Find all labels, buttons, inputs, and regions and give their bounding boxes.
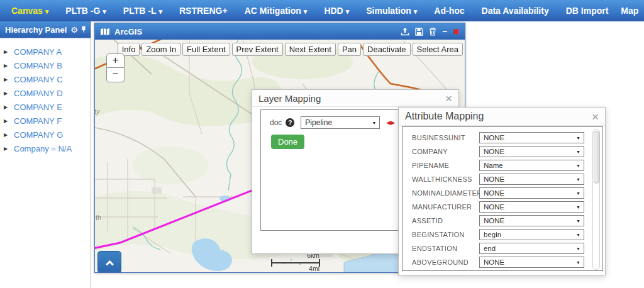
deactivate-button[interactable]: Deactivate bbox=[363, 43, 410, 56]
swap-arrows-icon[interactable]: ◀▶ bbox=[386, 119, 395, 126]
attribute-select[interactable]: Name ▼ bbox=[479, 160, 584, 171]
triangle-right-icon[interactable]: ▶ bbox=[4, 77, 9, 82]
select-caret-icon: ▼ bbox=[576, 136, 580, 140]
attribute-select-value: NONE bbox=[484, 258, 504, 266]
triangle-right-icon[interactable]: ▶ bbox=[4, 104, 9, 110]
full-extent-button[interactable]: Full Extent bbox=[182, 43, 230, 56]
nav-item-rstreng[interactable]: RSTRENG+ bbox=[179, 6, 228, 16]
company-tree: ▶ COMPANY A ▶ COMPANY B ▶ COMPANY C ▶ CO… bbox=[0, 38, 91, 155]
upload-icon[interactable] bbox=[401, 27, 409, 36]
attribute-select[interactable]: NONE ▼ bbox=[479, 174, 584, 185]
nav-label: RSTRENG+ bbox=[179, 6, 228, 16]
attribute-label: PIPENAME bbox=[412, 162, 449, 169]
nav-item-db-import[interactable]: DB Import bbox=[566, 6, 609, 16]
nav-item-hdd[interactable]: HDD ▾ bbox=[324, 6, 349, 16]
nav-item-simulation[interactable]: Simulation ▾ bbox=[366, 6, 417, 16]
chevron-down-icon: ▾ bbox=[346, 8, 350, 15]
attribute-row: PIPENAME Name ▼ bbox=[402, 160, 602, 171]
close-icon[interactable]: ✖ bbox=[453, 28, 460, 36]
attribute-select[interactable]: NONE ▼ bbox=[479, 146, 584, 157]
hierarchy-panel-header: Hierarchy Panel ⚙ bbox=[0, 21, 91, 38]
sidebar-item-company-c[interactable]: ▶ COMPANY C bbox=[4, 72, 91, 86]
triangle-right-icon[interactable]: ▶ bbox=[4, 132, 9, 138]
map-zoom-control: + − bbox=[106, 53, 125, 82]
sidebar-item-label: COMPANY B bbox=[14, 61, 62, 70]
doc-select[interactable]: Pipeline ▼ bbox=[301, 116, 380, 129]
select-caret-icon: ▼ bbox=[576, 260, 580, 265]
sidebar-item-label: COMPANY C bbox=[14, 75, 63, 84]
nav-item-pltb-g[interactable]: PLTB -G ▾ bbox=[65, 6, 106, 16]
sidebar-item-label: COMPANY F bbox=[14, 116, 62, 126]
sidebar-item-company-e[interactable]: ▶ COMPANY E bbox=[4, 100, 91, 114]
nav-item-pltb-l[interactable]: PLTB -L ▾ bbox=[123, 6, 162, 16]
select-caret-icon: ▼ bbox=[576, 219, 580, 223]
attribute-row: ABOVEGROUND NONE ▼ bbox=[402, 257, 602, 268]
attribute-select[interactable]: NONE ▼ bbox=[479, 215, 584, 226]
arcgis-titlebar[interactable]: ArcGIS bbox=[95, 23, 465, 40]
chevron-up-icon bbox=[106, 260, 114, 268]
nav-label: HDD bbox=[324, 6, 343, 16]
done-button[interactable]: Done bbox=[271, 135, 304, 149]
triangle-right-icon[interactable]: ▶ bbox=[4, 63, 9, 69]
window-title: ArcGIS bbox=[114, 27, 142, 36]
sidebar-item-label: COMPANY E bbox=[14, 102, 62, 112]
attribute-select[interactable]: NONE ▼ bbox=[479, 187, 584, 199]
chevron-down-icon: ▾ bbox=[304, 8, 308, 15]
triangle-right-icon[interactable]: ▶ bbox=[4, 91, 9, 96]
zoom-in-button[interactable]: + bbox=[106, 53, 125, 68]
attribute-select-value: NONE bbox=[484, 203, 504, 211]
sidebar-item-company-d[interactable]: ▶ COMPANY D bbox=[4, 86, 91, 100]
sidebar-item-company-a[interactable]: ▶ COMPANY A bbox=[4, 45, 91, 58]
triangle-right-icon[interactable]: ▶ bbox=[4, 49, 9, 55]
doc-label: doc bbox=[270, 118, 282, 127]
triangle-right-icon[interactable]: ▶ bbox=[4, 146, 9, 152]
trash-icon[interactable] bbox=[429, 27, 436, 36]
prev-extent-button[interactable]: Prev Extent bbox=[232, 43, 283, 56]
next-extent-button[interactable]: Next Extent bbox=[285, 43, 336, 56]
collapse-panel-button[interactable] bbox=[97, 251, 121, 272]
chevron-down-icon: ▾ bbox=[158, 8, 162, 15]
minimize-icon[interactable]: − bbox=[442, 27, 447, 36]
layer-mapping-header[interactable]: Layer Mapping × bbox=[252, 90, 458, 107]
select-area-button[interactable]: Select Area bbox=[413, 43, 464, 56]
attribute-select[interactable]: end ▼ bbox=[479, 243, 584, 254]
attribute-row: MANUFACTURER NONE ▼ bbox=[402, 201, 602, 213]
attribute-label: MANUFACTURER bbox=[412, 203, 472, 211]
sidebar-item-company-g[interactable]: ▶ COMPANY G bbox=[4, 128, 91, 141]
nav-item-adhoc[interactable]: Ad-hoc bbox=[434, 6, 464, 16]
nav-item-ac-mitigation[interactable]: AC Mitigation ▾ bbox=[245, 6, 308, 16]
sidebar-item-company-f[interactable]: ▶ COMPANY F bbox=[4, 114, 91, 128]
gear-icon[interactable]: ⚙ bbox=[70, 25, 78, 35]
nav-label: PLTB -L bbox=[123, 6, 157, 16]
attribute-select-value: end bbox=[484, 245, 496, 252]
nav-label: DB Import bbox=[566, 6, 609, 16]
select-caret-icon: ▼ bbox=[576, 177, 580, 182]
attribute-select[interactable]: NONE ▼ bbox=[479, 201, 584, 213]
save-icon[interactable] bbox=[415, 28, 423, 36]
attribute-select-value: begin bbox=[484, 231, 501, 238]
nav-item-map[interactable]: Map bbox=[608, 0, 644, 21]
nav-item-data-availability[interactable]: Data Availability bbox=[482, 6, 549, 16]
sidebar-item-label: COMPANY D bbox=[14, 89, 63, 98]
scrollbar-track[interactable] bbox=[592, 129, 600, 270]
attribute-mapping-header[interactable]: Attribute Mapping × bbox=[399, 108, 605, 126]
attribute-row: BUSINESSUNIT NONE ▼ bbox=[402, 132, 602, 143]
close-icon[interactable]: × bbox=[445, 92, 452, 104]
sidebar-item-company-b[interactable]: ▶ COMPANY B bbox=[4, 58, 91, 72]
zoom-in-tool-button[interactable]: Zoom In bbox=[142, 43, 180, 56]
nav-item-canvas[interactable]: Canvas ▾ bbox=[11, 6, 48, 16]
triangle-right-icon[interactable]: ▶ bbox=[4, 118, 9, 124]
pin-icon[interactable] bbox=[80, 26, 87, 34]
attribute-select[interactable]: NONE ▼ bbox=[479, 257, 584, 268]
attribute-select[interactable]: NONE ▼ bbox=[479, 132, 584, 143]
close-icon[interactable]: × bbox=[592, 111, 599, 123]
sidebar-item-company-na[interactable]: ▶ Company = N/A bbox=[4, 141, 91, 155]
select-caret-icon: ▼ bbox=[576, 191, 580, 196]
help-icon[interactable]: ? bbox=[286, 118, 294, 127]
sidebar-item-label: COMPANY G bbox=[14, 130, 63, 140]
attribute-select[interactable]: begin ▼ bbox=[479, 229, 584, 240]
zoom-out-button[interactable]: − bbox=[106, 68, 125, 82]
scrollbar-thumb[interactable] bbox=[594, 131, 599, 184]
attribute-row: ASSETID NONE ▼ bbox=[402, 215, 602, 226]
pan-button[interactable]: Pan bbox=[338, 43, 361, 56]
